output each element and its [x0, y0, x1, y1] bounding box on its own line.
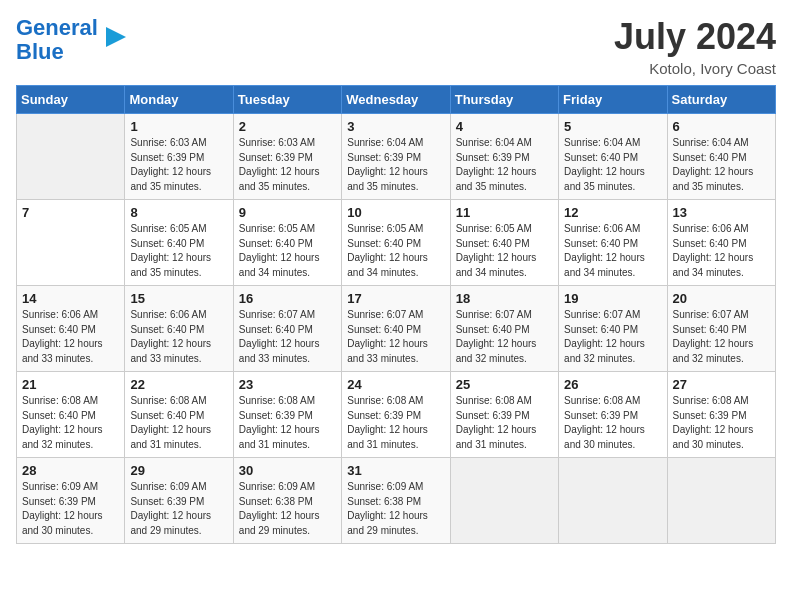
header-day: Tuesday	[233, 86, 341, 114]
location-subtitle: Kotolo, Ivory Coast	[614, 60, 776, 77]
day-info: Sunrise: 6:04 AM Sunset: 6:40 PM Dayligh…	[564, 136, 661, 194]
calendar-cell: 21Sunrise: 6:08 AM Sunset: 6:40 PM Dayli…	[17, 372, 125, 458]
day-info: Sunrise: 6:08 AM Sunset: 6:40 PM Dayligh…	[130, 394, 227, 452]
calendar-cell: 29Sunrise: 6:09 AM Sunset: 6:39 PM Dayli…	[125, 458, 233, 544]
header-day: Friday	[559, 86, 667, 114]
header-day: Wednesday	[342, 86, 450, 114]
calendar-week-row: 14Sunrise: 6:06 AM Sunset: 6:40 PM Dayli…	[17, 286, 776, 372]
calendar-cell: 4Sunrise: 6:04 AM Sunset: 6:39 PM Daylig…	[450, 114, 558, 200]
calendar-cell: 28Sunrise: 6:09 AM Sunset: 6:39 PM Dayli…	[17, 458, 125, 544]
day-number: 30	[239, 463, 336, 478]
calendar-week-row: 28Sunrise: 6:09 AM Sunset: 6:39 PM Dayli…	[17, 458, 776, 544]
page-header: GeneralBlue July 2024 Kotolo, Ivory Coas…	[16, 16, 776, 77]
day-info: Sunrise: 6:07 AM Sunset: 6:40 PM Dayligh…	[456, 308, 553, 366]
day-info: Sunrise: 6:04 AM Sunset: 6:39 PM Dayligh…	[347, 136, 444, 194]
calendar-cell: 14Sunrise: 6:06 AM Sunset: 6:40 PM Dayli…	[17, 286, 125, 372]
logo: GeneralBlue	[16, 16, 130, 64]
calendar-cell	[450, 458, 558, 544]
day-number: 16	[239, 291, 336, 306]
calendar-header: SundayMondayTuesdayWednesdayThursdayFrid…	[17, 86, 776, 114]
calendar-cell	[559, 458, 667, 544]
day-info: Sunrise: 6:08 AM Sunset: 6:39 PM Dayligh…	[456, 394, 553, 452]
day-number: 9	[239, 205, 336, 220]
day-number: 26	[564, 377, 661, 392]
calendar-cell: 25Sunrise: 6:08 AM Sunset: 6:39 PM Dayli…	[450, 372, 558, 458]
title-block: July 2024 Kotolo, Ivory Coast	[614, 16, 776, 77]
day-info: Sunrise: 6:09 AM Sunset: 6:38 PM Dayligh…	[239, 480, 336, 538]
day-number: 21	[22, 377, 119, 392]
day-number: 24	[347, 377, 444, 392]
calendar-cell: 23Sunrise: 6:08 AM Sunset: 6:39 PM Dayli…	[233, 372, 341, 458]
calendar-cell: 31Sunrise: 6:09 AM Sunset: 6:38 PM Dayli…	[342, 458, 450, 544]
calendar-cell: 12Sunrise: 6:06 AM Sunset: 6:40 PM Dayli…	[559, 200, 667, 286]
calendar-cell: 11Sunrise: 6:05 AM Sunset: 6:40 PM Dayli…	[450, 200, 558, 286]
day-info: Sunrise: 6:06 AM Sunset: 6:40 PM Dayligh…	[673, 222, 770, 280]
calendar-cell: 30Sunrise: 6:09 AM Sunset: 6:38 PM Dayli…	[233, 458, 341, 544]
day-info: Sunrise: 6:05 AM Sunset: 6:40 PM Dayligh…	[347, 222, 444, 280]
calendar-cell: 24Sunrise: 6:08 AM Sunset: 6:39 PM Dayli…	[342, 372, 450, 458]
day-number: 4	[456, 119, 553, 134]
calendar-cell: 1Sunrise: 6:03 AM Sunset: 6:39 PM Daylig…	[125, 114, 233, 200]
month-title: July 2024	[614, 16, 776, 58]
header-day: Saturday	[667, 86, 775, 114]
day-info: Sunrise: 6:09 AM Sunset: 6:39 PM Dayligh…	[130, 480, 227, 538]
day-number: 5	[564, 119, 661, 134]
logo-text: GeneralBlue	[16, 16, 98, 64]
calendar-week-row: 21Sunrise: 6:08 AM Sunset: 6:40 PM Dayli…	[17, 372, 776, 458]
calendar-cell: 3Sunrise: 6:04 AM Sunset: 6:39 PM Daylig…	[342, 114, 450, 200]
calendar-cell: 26Sunrise: 6:08 AM Sunset: 6:39 PM Dayli…	[559, 372, 667, 458]
calendar-cell: 16Sunrise: 6:07 AM Sunset: 6:40 PM Dayli…	[233, 286, 341, 372]
day-info: Sunrise: 6:09 AM Sunset: 6:39 PM Dayligh…	[22, 480, 119, 538]
day-number: 15	[130, 291, 227, 306]
day-number: 17	[347, 291, 444, 306]
day-info: Sunrise: 6:05 AM Sunset: 6:40 PM Dayligh…	[239, 222, 336, 280]
day-info: Sunrise: 6:07 AM Sunset: 6:40 PM Dayligh…	[673, 308, 770, 366]
day-number: 23	[239, 377, 336, 392]
day-number: 29	[130, 463, 227, 478]
calendar-cell: 5Sunrise: 6:04 AM Sunset: 6:40 PM Daylig…	[559, 114, 667, 200]
calendar-cell: 27Sunrise: 6:08 AM Sunset: 6:39 PM Dayli…	[667, 372, 775, 458]
day-number: 2	[239, 119, 336, 134]
calendar-cell: 13Sunrise: 6:06 AM Sunset: 6:40 PM Dayli…	[667, 200, 775, 286]
header-row: SundayMondayTuesdayWednesdayThursdayFrid…	[17, 86, 776, 114]
day-info: Sunrise: 6:07 AM Sunset: 6:40 PM Dayligh…	[239, 308, 336, 366]
day-info: Sunrise: 6:07 AM Sunset: 6:40 PM Dayligh…	[347, 308, 444, 366]
day-info: Sunrise: 6:03 AM Sunset: 6:39 PM Dayligh…	[239, 136, 336, 194]
day-info: Sunrise: 6:08 AM Sunset: 6:39 PM Dayligh…	[564, 394, 661, 452]
day-number: 27	[673, 377, 770, 392]
day-info: Sunrise: 6:03 AM Sunset: 6:39 PM Dayligh…	[130, 136, 227, 194]
day-number: 20	[673, 291, 770, 306]
svg-marker-0	[106, 27, 126, 47]
day-info: Sunrise: 6:08 AM Sunset: 6:40 PM Dayligh…	[22, 394, 119, 452]
calendar-table: SundayMondayTuesdayWednesdayThursdayFrid…	[16, 85, 776, 544]
calendar-cell: 20Sunrise: 6:07 AM Sunset: 6:40 PM Dayli…	[667, 286, 775, 372]
day-number: 3	[347, 119, 444, 134]
day-info: Sunrise: 6:04 AM Sunset: 6:40 PM Dayligh…	[673, 136, 770, 194]
day-number: 6	[673, 119, 770, 134]
day-number: 8	[130, 205, 227, 220]
calendar-cell: 8Sunrise: 6:05 AM Sunset: 6:40 PM Daylig…	[125, 200, 233, 286]
day-info: Sunrise: 6:04 AM Sunset: 6:39 PM Dayligh…	[456, 136, 553, 194]
day-number: 22	[130, 377, 227, 392]
day-number: 1	[130, 119, 227, 134]
calendar-cell: 7	[17, 200, 125, 286]
day-number: 19	[564, 291, 661, 306]
day-info: Sunrise: 6:06 AM Sunset: 6:40 PM Dayligh…	[564, 222, 661, 280]
header-day: Sunday	[17, 86, 125, 114]
calendar-cell: 10Sunrise: 6:05 AM Sunset: 6:40 PM Dayli…	[342, 200, 450, 286]
header-day: Monday	[125, 86, 233, 114]
calendar-cell: 9Sunrise: 6:05 AM Sunset: 6:40 PM Daylig…	[233, 200, 341, 286]
day-info: Sunrise: 6:07 AM Sunset: 6:40 PM Dayligh…	[564, 308, 661, 366]
day-info: Sunrise: 6:06 AM Sunset: 6:40 PM Dayligh…	[22, 308, 119, 366]
day-info: Sunrise: 6:05 AM Sunset: 6:40 PM Dayligh…	[456, 222, 553, 280]
day-info: Sunrise: 6:08 AM Sunset: 6:39 PM Dayligh…	[673, 394, 770, 452]
day-number: 11	[456, 205, 553, 220]
calendar-cell: 18Sunrise: 6:07 AM Sunset: 6:40 PM Dayli…	[450, 286, 558, 372]
calendar-cell: 22Sunrise: 6:08 AM Sunset: 6:40 PM Dayli…	[125, 372, 233, 458]
day-number: 31	[347, 463, 444, 478]
calendar-cell: 6Sunrise: 6:04 AM Sunset: 6:40 PM Daylig…	[667, 114, 775, 200]
day-number: 25	[456, 377, 553, 392]
day-info: Sunrise: 6:09 AM Sunset: 6:38 PM Dayligh…	[347, 480, 444, 538]
logo-arrow-icon	[102, 23, 130, 51]
day-info: Sunrise: 6:08 AM Sunset: 6:39 PM Dayligh…	[239, 394, 336, 452]
